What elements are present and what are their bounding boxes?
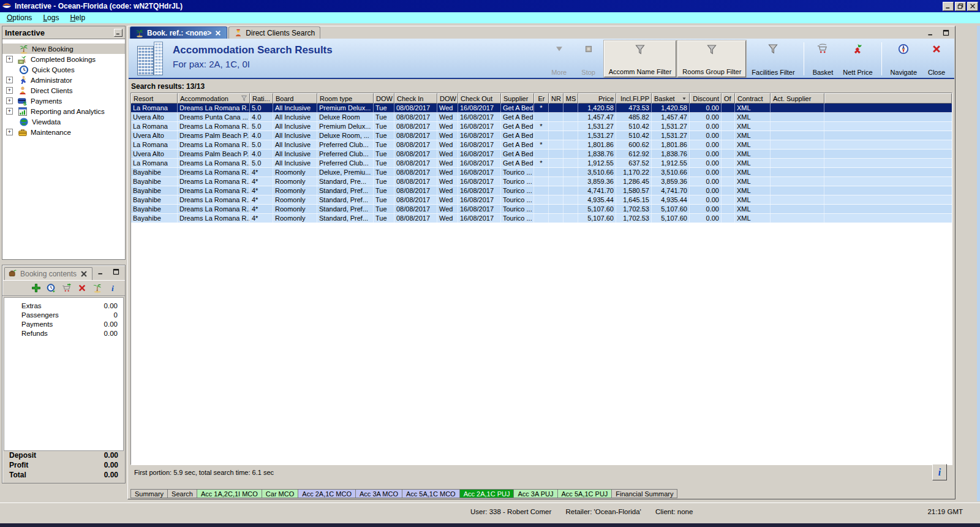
collapse-panel-button[interactable] — [114, 29, 123, 37]
close-button[interactable]: Close — [922, 40, 951, 77]
sidebar-item-direct-clients[interactable]: +Direct Clients — [2, 85, 125, 96]
cell-er — [534, 214, 549, 222]
sidebar-item-maintenance[interactable]: +Maintenance — [2, 127, 125, 137]
cell-er — [534, 205, 549, 213]
column-header-board[interactable]: Board — [273, 93, 317, 104]
rooms-group-filter-button[interactable]: Rooms Group Filter — [677, 40, 746, 77]
table-row[interactable]: Uvera AltoDreams Palm Beach P...4.0All I… — [131, 131, 952, 140]
bottom-tab-acc-2a-1c-puj[interactable]: Acc 2A,1C PUJ — [460, 489, 514, 498]
column-header-price[interactable]: Price — [578, 93, 616, 104]
column-header-check-in[interactable]: Check In — [394, 93, 437, 104]
column-header-nr[interactable]: NR — [549, 93, 564, 104]
column-header-ms[interactable]: MS — [564, 93, 578, 104]
delete-icon[interactable] — [77, 283, 87, 293]
expander-icon[interactable]: + — [6, 97, 13, 104]
sidebar-item-new-booking[interactable]: New Booking — [2, 44, 125, 54]
sidebar-item-reporting-and-analytics[interactable]: +Reporting and Analytics — [2, 106, 125, 116]
minimize-panel-button[interactable] — [97, 268, 105, 276]
expander-icon[interactable]: + — [6, 77, 13, 83]
cell-price: 1,420.58 — [578, 104, 616, 112]
column-header-resort[interactable]: Resort — [131, 93, 178, 104]
bottom-tab-acc-5a-1c-mco[interactable]: Acc 5A,1C MCO — [402, 489, 460, 498]
maximize-panel-button[interactable] — [112, 268, 120, 276]
column-header-of[interactable]: Of — [722, 93, 735, 104]
info-icon[interactable]: i — [108, 283, 118, 293]
expander-icon[interactable]: + — [6, 56, 13, 63]
column-header-supplier[interactable]: Supplier — [501, 93, 534, 104]
bottom-tab-acc-2a-1c-mco[interactable]: Acc 2A,1C MCO — [298, 489, 356, 498]
basket-button[interactable]: Basket — [809, 40, 838, 77]
column-header-accommodation[interactable]: Accommodation — [178, 93, 250, 104]
info-button[interactable]: i — [932, 464, 947, 480]
column-header-room-type[interactable]: Room type — [317, 93, 374, 104]
column-header-discount[interactable]: Discount — [690, 93, 722, 104]
table-row[interactable]: BayahibeDreams La Romana R...4*RoomonlyS… — [131, 205, 952, 214]
quick-quote-icon[interactable] — [47, 283, 56, 293]
bottom-tab-financial-summary[interactable]: Financial Summary — [612, 489, 677, 498]
table-row[interactable]: Uvera AltoDreams Punta Cana ...4.0All In… — [131, 113, 952, 122]
move-to-basket-icon[interactable] — [62, 283, 72, 293]
sidebar-item-completed-bookings[interactable]: +Completed Bookings — [2, 54, 125, 64]
bottom-tab-acc-3a-mco[interactable]: Acc 3A MCO — [356, 489, 402, 498]
tab-booking-contents[interactable]: Booking contents — [4, 267, 92, 280]
bottom-tab-search[interactable]: Search — [168, 489, 197, 498]
column-header-check-out[interactable]: Check Out — [458, 93, 501, 104]
table-row[interactable]: BayahibeDreams La Romana R...4*RoomonlyS… — [131, 177, 952, 186]
column-header-incl-fl-pp[interactable]: Incl.Fl.PP — [616, 93, 652, 104]
sidebar-item-viewdata[interactable]: Viewdata — [2, 116, 125, 127]
cell-nr — [549, 150, 564, 158]
cell-room-type: Deluxe Room — [317, 113, 374, 121]
holiday-icon[interactable] — [92, 283, 102, 293]
sidebar-item-payments[interactable]: +$Payments — [2, 96, 125, 106]
tab-label: Booking contents — [20, 270, 77, 278]
close-icon[interactable] — [80, 270, 88, 278]
table-row[interactable]: BayahibeDreams La Romana R...4*RoomonlyS… — [131, 195, 952, 205]
column-header-er[interactable]: Er — [534, 93, 549, 104]
table-row[interactable]: La RomanaDreams La Romana R...5.0All Inc… — [131, 104, 952, 113]
nett-price-button[interactable]: Nett Price — [839, 40, 876, 77]
maximize-panel-button[interactable] — [942, 29, 950, 37]
cell-er: * — [534, 122, 549, 131]
expander-icon[interactable]: + — [6, 108, 13, 115]
restore-button[interactable] — [955, 2, 966, 11]
table-row[interactable]: La RomanaDreams La Romana R...5.0All Inc… — [131, 159, 952, 168]
table-row[interactable]: La RomanaDreams La Romana R...5.0All Inc… — [131, 122, 952, 131]
table-header-row: ResortAccommodationRati...BoardRoom type… — [131, 93, 952, 104]
table-row[interactable]: La RomanaDreams La Romana R...5.0All Inc… — [131, 140, 952, 150]
close-button[interactable] — [967, 2, 978, 11]
menu-logs[interactable]: Logs — [37, 13, 64, 23]
tab-direct-clients-search[interactable]: Direct Clients Search — [228, 26, 320, 39]
tab-book-ref-none[interactable]: Book. ref.: <none> — [130, 26, 227, 39]
sidebar-item-administrator[interactable]: +Administrator — [2, 75, 125, 85]
column-header-rati[interactable]: Rati... — [250, 93, 273, 104]
bottom-tab-car-mco[interactable]: Car MCO — [262, 489, 298, 498]
column-header-dow[interactable]: DOW — [374, 93, 394, 104]
column-header-dow[interactable]: DOW — [437, 93, 458, 104]
minimize-button[interactable] — [943, 2, 954, 11]
tab-close-icon[interactable] — [214, 29, 222, 37]
column-header-act-supplier[interactable]: Act. Supplier — [771, 93, 824, 104]
table-row[interactable]: BayahibeDreams La Romana R...4*RoomonlyS… — [131, 186, 952, 195]
accomm-name-filter-button[interactable]: Accomm Name Filter — [604, 40, 677, 77]
minimize-panel-button[interactable] — [927, 29, 935, 37]
sidebar-item-quick-quotes[interactable]: Quick Quotes — [2, 64, 125, 75]
table-row[interactable]: Uvera AltoDreams Palm Beach P...4.0All I… — [131, 150, 952, 159]
expander-icon[interactable]: + — [6, 87, 13, 94]
cell-board: Roomonly — [273, 205, 317, 213]
bottom-tab-acc-5a-1c-puj[interactable]: Acc 5A,1C PUJ — [558, 489, 612, 498]
expander-icon[interactable]: + — [6, 129, 13, 135]
bottom-tab-acc-1a-2c-1i-mco[interactable]: Acc 1A,2C,1I MCO — [197, 489, 262, 498]
table-row[interactable]: BayahibeDreams La Romana R...4*RoomonlyD… — [131, 168, 952, 177]
menu-options[interactable]: Options — [1, 13, 37, 23]
bottom-tab-acc-3a-puj[interactable]: Acc 3A PUJ — [514, 489, 557, 498]
facilities-filter-button[interactable]: Facilities Filter — [747, 40, 799, 77]
table-row[interactable]: BayahibeDreams La Romana R...4*RoomonlyS… — [131, 214, 952, 223]
menu-help[interactable]: Help — [64, 13, 91, 23]
cell-ms — [564, 195, 578, 204]
navigate-button[interactable]: Navigate — [886, 40, 921, 77]
cell-contract: XML — [735, 195, 771, 204]
add-icon[interactable] — [31, 283, 41, 293]
bottom-tab-summary[interactable]: Summary — [130, 489, 168, 498]
column-header-basket[interactable]: Basket — [652, 93, 690, 104]
column-header-contract[interactable]: Contract — [735, 93, 771, 104]
